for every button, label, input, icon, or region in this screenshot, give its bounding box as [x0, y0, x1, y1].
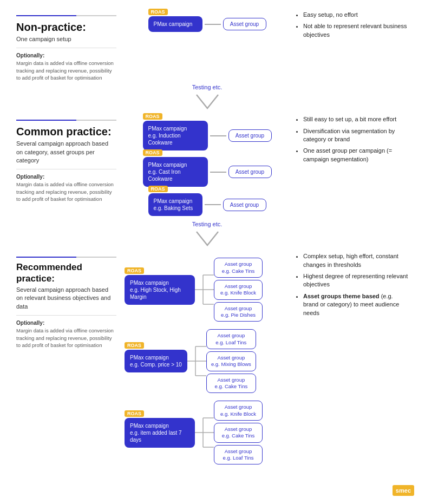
- bullet-2: Diversification via segmentation by cate…: [303, 127, 409, 144]
- asset-group-stack-1: Asset groupe.g. Cake Tins Asset groupe.g…: [214, 258, 263, 322]
- campaign-box-highstock: PMax campaigne.g. High Stock, High Margi…: [125, 275, 195, 305]
- roas-badge: ROAS: [148, 9, 168, 15]
- campaign-box-castiron: PMax campaigne.g. Cast Iron Cookware: [143, 157, 208, 187]
- connector: [205, 204, 221, 205]
- testing-label-1: Testing etc.: [192, 84, 223, 90]
- non-practice-left: Non-practice: One campaign setup Optiona…: [16, 11, 125, 81]
- optionally-label: Optionally:: [16, 53, 116, 58]
- recommended-practice-section: Recommended practice: Several campaign a…: [16, 252, 409, 467]
- campaign-box-compprice: PMax campaigne.g. Comp. price > 10: [125, 350, 187, 372]
- testing-section-2: Testing etc.: [125, 221, 290, 250]
- rec-campaign-1: ROAS PMax campaigne.g. High Stock, High …: [125, 258, 263, 322]
- optionally-text: Margin data is added via offline convers…: [16, 327, 116, 349]
- asset-group-stack-2: Asset groupe.g. Loaf Tins Asset groupe.g…: [206, 329, 256, 393]
- divider: [16, 15, 116, 16]
- optionally-text: Margin data is added via offline convers…: [16, 181, 116, 202]
- campaign-box-baking: PMax campaigne.g. Baking Sets: [148, 193, 202, 216]
- recommended-practice-bullets: Complex setup, high effort, constant cha…: [290, 252, 409, 467]
- asset-group-knife-block-black: Asset groupe.g. Knife Block: [214, 401, 263, 421]
- roas-badge: ROAS: [148, 186, 168, 192]
- non-practice-center: ROAS PMax campaign Asset group: [125, 11, 290, 81]
- page-container: Non-practice: One campaign setup Optiona…: [0, 0, 425, 480]
- common-practice-bullets: Still easy to set up, a bit more effort …: [290, 115, 409, 218]
- connector-line: [205, 24, 221, 25]
- asset-group-cake-tins-1: Asset groupe.g. Cake Tins: [214, 258, 263, 278]
- bullet-1: Easy setup, no effort: [303, 11, 409, 19]
- non-practice-subtitle: One campaign setup: [16, 35, 116, 43]
- asset-group: Asset group: [228, 166, 272, 178]
- non-practice-bullets: Easy setup, no effort Not able to repres…: [290, 11, 409, 81]
- recommended-practice-center: ROAS PMax campaigne.g. High Stock, High …: [125, 252, 290, 467]
- branch-svg-2: [187, 339, 206, 383]
- recommended-practice-subtitle: Several campaign approach based on relev…: [16, 286, 116, 311]
- non-practice-title: Non-practice:: [16, 21, 116, 34]
- asset-group-pie-dishes: Asset groupe.g. Pie Dishes: [214, 302, 263, 322]
- optionally-text: Margin data is added via offline convers…: [16, 60, 116, 81]
- section-divider: [16, 315, 116, 316]
- optionally-label: Optionally:: [16, 320, 116, 326]
- asset-group-cake-tins-2: Asset groupe.g. Cake Tins: [206, 374, 256, 394]
- testing-section-1: Testing etc.: [125, 84, 290, 113]
- divider: [16, 120, 116, 121]
- testing-label-2: Testing etc.: [192, 221, 223, 227]
- optionally-label: Optionally:: [16, 174, 116, 180]
- v-arrow-2: [194, 229, 221, 250]
- asset-group-knife-block-1: Asset groupe.g. Knife Block: [214, 280, 263, 300]
- common-practice-subtitle: Several campaign approach based on categ…: [16, 140, 116, 165]
- asset-group: Asset group: [223, 199, 266, 211]
- bullet-1: Complex setup, high effort, constant cha…: [303, 252, 409, 269]
- asset-group-loaf-tins-2: Asset groupe.g. Loaf Tins: [214, 445, 263, 465]
- campaign-box-itemadded: PMax campaigne.g. item added last 7 days: [125, 418, 195, 448]
- bullet-2: Not able to represent relevant business …: [303, 22, 409, 39]
- section-divider: [16, 169, 116, 169]
- section-divider: [16, 48, 116, 48]
- bullet-3: One asset group per campaign (= campaign…: [303, 147, 409, 163]
- recommended-practice-title: Recommended practice:: [16, 262, 116, 284]
- rec-campaign-2: ROAS PMax campaigne.g. Comp. price > 10 …: [125, 329, 256, 393]
- roas-badge: ROAS: [125, 410, 144, 417]
- branch-svg-3: [195, 411, 214, 454]
- campaign-box-induction: PMax campaigne.g. Induction Cookware: [143, 121, 208, 150]
- roas-badge: ROAS: [143, 149, 162, 156]
- smec-logo-box: smec: [393, 485, 414, 496]
- rec-campaign-3: ROAS PMax campaigne.g. item added last 7…: [125, 401, 263, 464]
- asset-group-mixing-blows: Asset groupe.g. Mixing Blows: [206, 351, 256, 371]
- connector: [210, 135, 226, 136]
- campaign-box: PMax campaign: [148, 16, 202, 32]
- bullet-1: Still easy to set up, a bit more effort: [303, 115, 409, 123]
- roas-badge: ROAS: [125, 342, 144, 349]
- asset-group: Asset group: [228, 129, 272, 142]
- recommended-practice-left: Recommended practice: Several campaign a…: [16, 252, 125, 467]
- asset-group-stack-3: Asset groupe.g. Knife Block Asset groupe…: [214, 401, 263, 464]
- common-practice-center: ROAS PMax campaigne.g. Induction Cookwar…: [125, 115, 290, 218]
- asset-group-cake-tins-3: Asset groupe.g. Cake Tins: [214, 423, 263, 443]
- connector: [210, 172, 226, 173]
- common-practice-left: Common practice: Several campaign approa…: [16, 115, 125, 218]
- branch-svg-1: [195, 268, 214, 311]
- common-practice-title: Common practice:: [16, 125, 116, 138]
- bullet-3: Asset groups theme based (e.g. brand or …: [303, 292, 409, 317]
- non-practice-section: Non-practice: One campaign setup Optiona…: [16, 11, 409, 81]
- divider: [16, 257, 116, 258]
- bullet-2: Highest degree of representing relevant …: [303, 272, 409, 289]
- roas-badge: ROAS: [143, 113, 162, 120]
- roas-badge: ROAS: [125, 267, 144, 274]
- asset-group-loaf-tins-1: Asset groupe.g. Loaf Tins: [206, 329, 256, 349]
- common-practice-section: Common practice: Several campaign approa…: [16, 115, 409, 218]
- smec-logo: smec: [393, 485, 414, 496]
- asset-group-box: Asset group: [223, 18, 266, 30]
- v-arrow-1: [194, 92, 221, 113]
